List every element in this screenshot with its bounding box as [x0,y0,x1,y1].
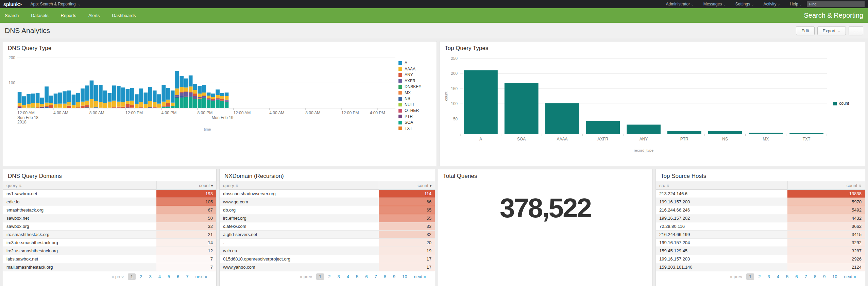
timechart-bar-segment[interactable] [216,100,220,108]
timechart-bar-segment[interactable] [189,75,193,87]
cell-count[interactable]: 66 [379,198,435,206]
cell-count[interactable]: 65 [379,206,435,214]
timechart-bar-segment[interactable] [81,102,85,106]
timechart-bar-segment[interactable] [112,107,116,107]
nav-item-search[interactable]: Search [5,13,19,18]
table-row[interactable]: labs.sawbox.net7 [3,255,216,263]
timechart-bar-segment[interactable] [108,102,112,108]
app-menu[interactable]: App: Search & Reporting ⌄ [31,2,81,6]
edit-button[interactable]: Edit [796,26,814,35]
timechart-bar-segment[interactable] [49,105,53,108]
bar-SOA[interactable] [505,83,539,134]
timechart-bar-segment[interactable] [27,94,31,104]
table-row[interactable]: ns1.sawbox.net193 [3,190,216,198]
timechart-bar-segment[interactable] [103,90,107,103]
pagination-page-2[interactable]: 2 [755,273,763,280]
timechart-bar-segment[interactable] [180,92,184,96]
table-row[interactable]: irc2.us.smashthestack.org12 [3,247,216,255]
table-row[interactable]: a.gtld-servers.net32 [220,231,435,239]
timechart-bar-segment[interactable] [126,104,130,107]
timechart-bar-segment[interactable] [211,100,215,100]
timechart-bar-segment[interactable] [45,107,49,108]
timechart-bar-segment[interactable] [94,108,98,108]
timechart-bar-segment[interactable] [198,86,202,94]
table-row[interactable]: www.yahoo.com17 [220,263,435,271]
legend-item-ANY[interactable]: ANY [398,72,430,77]
timechart-bar-segment[interactable] [85,101,89,105]
timechart-bar-segment[interactable] [40,98,44,104]
export-button[interactable]: Export ⌄ [817,26,846,35]
cell-count[interactable]: 105 [156,198,216,206]
nav-item-datasets[interactable]: Datasets [31,13,48,18]
table-row[interactable]: 015d6810.openresolverproject.org17 [220,255,435,263]
cell-query[interactable]: www.qq.com [220,198,379,206]
table-row[interactable]: 199.16.157.2032926 [656,255,865,263]
timechart-bar-segment[interactable] [90,108,94,108]
splunk-logo[interactable]: splunk> [3,1,22,7]
timechart-bar-segment[interactable] [31,94,35,103]
column-header-query[interactable]: query⇅ [220,181,379,190]
timechart-bar-segment[interactable] [103,103,107,108]
timechart-bar-segment[interactable] [130,88,134,101]
legend-item-count[interactable]: count [833,101,861,106]
table-row[interactable]: edie.io105 [3,198,216,206]
timechart-bar-segment[interactable] [180,98,184,108]
table-row[interactable]: irc.efnet.org55 [220,214,435,222]
timechart-bar-segment[interactable] [94,107,98,107]
legend-item-DNSKEY[interactable]: DNSKEY [398,84,430,89]
timechart-bar-segment[interactable] [54,94,58,104]
cell-src[interactable]: 199.16.157.203 [656,255,787,263]
timechart-bar-segment[interactable] [36,107,40,108]
timechart-bar-segment[interactable] [90,81,94,99]
timechart-bar-segment[interactable] [202,85,206,92]
cell-count[interactable]: 55 [379,214,435,222]
timechart-bar-segment[interactable] [139,102,143,107]
timechart-bar-segment[interactable] [81,88,85,101]
timechart-bar-segment[interactable] [40,107,44,108]
timechart-bar-segment[interactable] [81,106,85,108]
timechart-bar-segment[interactable] [189,86,193,92]
timechart-bar-segment[interactable] [220,93,224,96]
bar-PTR[interactable] [667,131,701,134]
table-row[interactable]: 199.16.157.2005970 [656,198,865,206]
cell-count[interactable]: 7 [156,255,216,263]
topbar-menu-settings[interactable]: Settings⌄ [735,2,754,6]
timechart-bar-segment[interactable] [216,98,220,98]
timechart-bar-segment[interactable] [161,107,166,107]
pagination-page-7[interactable]: 7 [802,273,810,280]
timechart-bar-segment[interactable] [220,99,224,101]
cell-src[interactable]: 199.16.157.200 [656,198,787,206]
timechart-bar-segment[interactable] [225,101,229,102]
timechart-bar-segment[interactable] [67,106,71,108]
timechart-bar-segment[interactable] [63,91,67,103]
column-header-src[interactable]: src⇅ [656,181,787,190]
timechart-bar-segment[interactable] [45,106,49,107]
table-row[interactable]: 216.244.66.1993415 [656,231,865,239]
cell-count[interactable]: 12 [156,247,216,255]
timechart-bar-segment[interactable] [211,101,215,108]
cell-count[interactable]: 3415 [787,231,865,239]
table-row[interactable]: 72.28.80.1163662 [656,222,865,231]
bar-NS[interactable] [708,131,742,134]
timechart-bar-segment[interactable] [18,103,22,106]
timechart-bar-segment[interactable] [139,108,143,108]
cell-query[interactable]: db.org [220,206,379,214]
timechart-bar-segment[interactable] [108,93,112,102]
timechart-bar-segment[interactable] [193,90,197,94]
cell-count[interactable]: 193 [156,190,216,198]
timechart-bar-segment[interactable] [58,92,62,104]
timechart-bar-segment[interactable] [175,95,179,97]
timechart-bar-segment[interactable] [99,108,103,108]
cell-query[interactable]: 015d6810.openresolverproject.org [220,255,379,263]
timechart-bar-segment[interactable] [184,79,188,88]
timechart-bar-segment[interactable] [175,88,179,95]
cell-count[interactable]: 14 [156,239,216,247]
table-row[interactable]: db.org65 [220,206,435,214]
nav-item-dashboards[interactable]: Dashboards [112,13,136,18]
pagination-next[interactable]: next » [841,273,859,280]
timechart-bar-segment[interactable] [117,102,121,107]
timechart-bar-segment[interactable] [121,102,125,106]
cell-count[interactable]: 7 [156,263,216,271]
bar-ANY[interactable] [627,124,661,134]
timechart-bar-segment[interactable] [180,87,184,92]
